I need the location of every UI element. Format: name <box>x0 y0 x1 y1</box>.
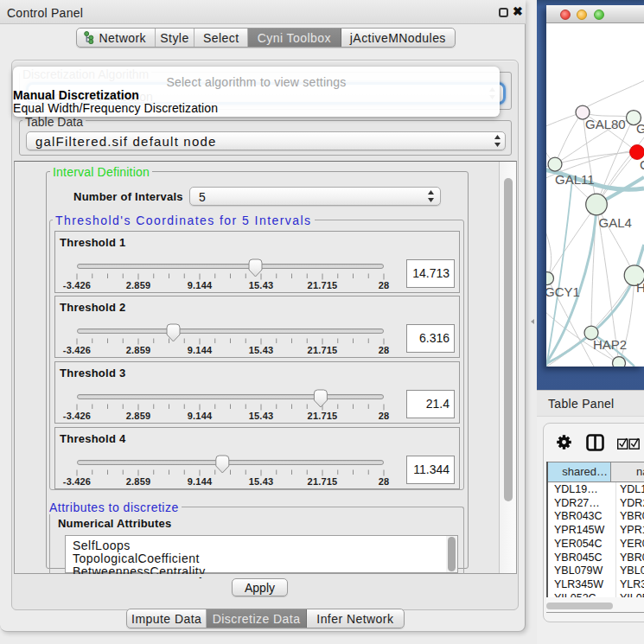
svg-text:GA: GA <box>636 121 644 136</box>
svg-text:15.43: 15.43 <box>249 280 274 290</box>
svg-text:28: 28 <box>379 345 390 355</box>
svg-text:28: 28 <box>379 411 390 421</box>
svg-text:HAP2: HAP2 <box>593 337 627 352</box>
svg-text:9.144: 9.144 <box>188 411 213 421</box>
svg-text:28: 28 <box>379 280 390 290</box>
svg-text:2.859: 2.859 <box>126 280 151 290</box>
svg-text:15.43: 15.43 <box>249 476 274 487</box>
svg-text:-3.426: -3.426 <box>63 280 91 290</box>
svg-text:9.144: 9.144 <box>188 280 213 290</box>
svg-text:21.715: 21.715 <box>308 345 338 355</box>
svg-text:21.715: 21.715 <box>308 476 338 487</box>
svg-text:21.715: 21.715 <box>308 280 338 290</box>
svg-text:9.144: 9.144 <box>188 345 213 355</box>
svg-text:GCY1: GCY1 <box>546 284 580 299</box>
svg-text:15.43: 15.43 <box>249 411 274 421</box>
svg-text:GAL4: GAL4 <box>599 215 632 230</box>
svg-text:GAL80: GAL80 <box>585 117 626 131</box>
svg-text:-3.426: -3.426 <box>63 411 91 421</box>
svg-text:-3.426: -3.426 <box>63 476 91 487</box>
svg-text:9.144: 9.144 <box>188 476 213 487</box>
svg-text:2.859: 2.859 <box>126 476 151 487</box>
svg-text:21.715: 21.715 <box>308 411 338 421</box>
svg-text:2.859: 2.859 <box>126 411 151 421</box>
svg-text:GAL11: GAL11 <box>555 172 595 187</box>
svg-text:C: C <box>640 157 644 172</box>
svg-text:2.859: 2.859 <box>126 345 151 355</box>
svg-text:28: 28 <box>379 476 390 487</box>
svg-text:HA: HA <box>636 280 644 295</box>
svg-text:-3.426: -3.426 <box>63 345 91 355</box>
svg-text:15.43: 15.43 <box>249 345 274 355</box>
